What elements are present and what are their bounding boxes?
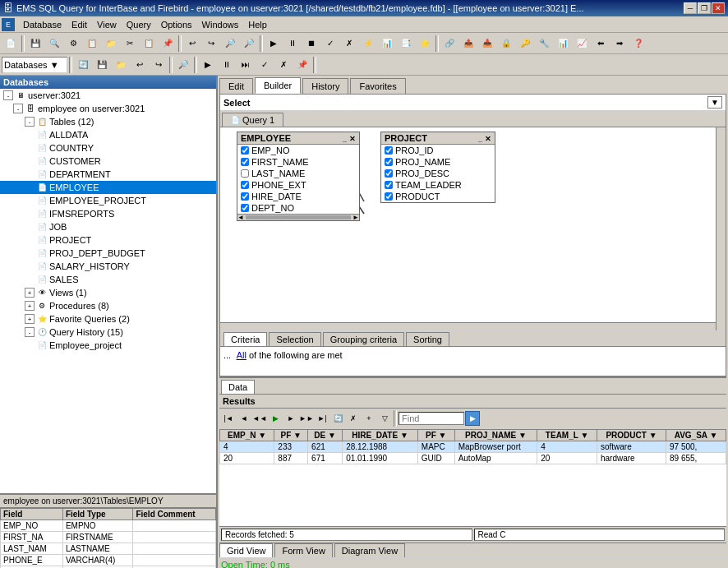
data-grid[interactable]: EMP_N ▼ PF ▼ DE ▼ HIRE_DATE ▼ PF ▼ PROJ_… xyxy=(219,429,726,526)
btn24[interactable]: 📤 xyxy=(459,35,477,53)
nav-prev[interactable]: ◄ xyxy=(237,411,251,426)
employee-close-btn[interactable]: ✕ xyxy=(349,135,356,143)
data-row[interactable]: 2088767101.01.1990GUIDAutoMap20hardware8… xyxy=(220,453,726,464)
expand-tables[interactable]: - xyxy=(25,117,35,127)
btn16[interactable]: ⏹ xyxy=(302,35,320,53)
tab-edit[interactable]: Edit xyxy=(219,78,253,94)
btn21[interactable]: 📑 xyxy=(397,35,415,53)
tb2-btn8[interactable]: ⏸ xyxy=(218,56,236,74)
tb2-btn12[interactable]: 📌 xyxy=(293,56,311,74)
criteria-dots[interactable]: ... xyxy=(223,350,231,360)
tree-history-item-employee[interactable]: 📄 Employee_project xyxy=(0,339,216,352)
tree-table-alldata[interactable]: 📄 ALLDATA xyxy=(0,128,216,141)
new-btn[interactable]: 📄 xyxy=(2,35,20,53)
nav-prevpage[interactable]: ◄◄ xyxy=(252,411,267,426)
btn7[interactable]: ✂ xyxy=(121,35,139,53)
tb2-btn4[interactable]: ↩ xyxy=(131,56,149,74)
canvas-scrollbar-v[interactable] xyxy=(716,127,726,330)
tab-history[interactable]: History xyxy=(302,78,348,94)
view-tab-form[interactable]: Form View xyxy=(274,543,332,557)
tb2-btn3[interactable]: 📁 xyxy=(112,56,130,74)
menu-help[interactable]: Help xyxy=(243,18,272,31)
btn27[interactable]: 🔑 xyxy=(516,35,534,53)
select-arrow[interactable]: ▼ xyxy=(707,96,722,109)
fields-scroll[interactable]: Field Field Type Field Comment EMP_NOEMP… xyxy=(0,508,216,568)
btn31[interactable]: ⬅ xyxy=(592,35,610,53)
btn11[interactable]: ↪ xyxy=(202,35,220,53)
tree-table-employee-project[interactable]: 📄 EMPLOYEE_PROJECT xyxy=(0,194,216,207)
nav-last[interactable]: ►| xyxy=(315,411,329,426)
btn28[interactable]: 🔧 xyxy=(535,35,553,53)
btn4[interactable]: ⚙ xyxy=(64,35,82,53)
tree-database[interactable]: - 🗄 employee on userver:3021 xyxy=(0,102,216,115)
restore-button[interactable]: ❐ xyxy=(698,2,711,14)
nav-cancel[interactable]: ✗ xyxy=(346,411,361,426)
btn5[interactable]: 📋 xyxy=(83,35,101,53)
btn22[interactable]: ⭐ xyxy=(416,35,434,53)
btn26[interactable]: 🔒 xyxy=(497,35,515,53)
btn30[interactable]: 📈 xyxy=(573,35,591,53)
crit-tab-selection[interactable]: Selection xyxy=(269,332,320,346)
tree-table-sales[interactable]: 📄 SALES xyxy=(0,273,216,286)
canvas-scrollbar-h[interactable] xyxy=(220,322,716,330)
tree-table-proj-dept[interactable]: 📄 PROJ_DEPT_BUDGET xyxy=(0,247,216,260)
check-dept-no[interactable] xyxy=(241,204,249,212)
tb2-btn1[interactable]: 🔄 xyxy=(74,56,92,74)
tree-table-project[interactable]: 📄 PROJECT xyxy=(0,233,216,247)
tb2-btn9[interactable]: ⏭ xyxy=(237,56,255,74)
check-phone-ext[interactable] xyxy=(241,181,249,189)
tree-procedures-group[interactable]: + ⚙ Procedures (8) xyxy=(0,299,216,312)
btn17[interactable]: ✓ xyxy=(321,35,339,53)
check-proj-desc[interactable] xyxy=(385,169,393,178)
tb2-btn11[interactable]: ✗ xyxy=(274,56,293,74)
tb2-btn2[interactable]: 💾 xyxy=(93,56,111,74)
crit-tab-criteria[interactable]: Criteria xyxy=(223,332,267,346)
btn12[interactable]: 🔎 xyxy=(221,35,239,53)
close-button[interactable]: ✕ xyxy=(712,2,725,14)
tb2-btn6[interactable]: 🔎 xyxy=(174,56,192,74)
project-close-btn[interactable]: ✕ xyxy=(485,135,491,143)
tree-tables-group[interactable]: - 📋 Tables (12) xyxy=(0,115,216,128)
menu-edit[interactable]: Edit xyxy=(67,18,92,31)
expand-server[interactable]: - xyxy=(3,90,13,100)
btn2[interactable]: 💾 xyxy=(26,35,44,53)
expand-history[interactable]: - xyxy=(25,327,35,337)
find-go[interactable]: ▶ xyxy=(465,411,480,426)
tree-table-country[interactable]: 📄 COUNTRY xyxy=(0,141,216,155)
btn10[interactable]: ↩ xyxy=(183,35,201,53)
tree-table-employee[interactable]: 📄 EMPLOYEE xyxy=(0,181,216,194)
nav-nextpage[interactable]: ►► xyxy=(299,411,314,426)
btn14[interactable]: ▶ xyxy=(265,35,283,53)
expand-views[interactable]: + xyxy=(25,288,35,298)
emp-scrollbar-h[interactable]: ◄► xyxy=(237,214,359,220)
nav-play[interactable]: ▶ xyxy=(268,411,283,426)
btn15[interactable]: ⏸ xyxy=(283,35,302,53)
tree-table-job[interactable]: 📄 JOB xyxy=(0,220,216,233)
tb2-btn5[interactable]: ↪ xyxy=(150,56,168,74)
btn19[interactable]: ⚡ xyxy=(359,35,377,53)
employee-min-btn[interactable]: _ xyxy=(343,135,347,143)
btn6[interactable]: 📁 xyxy=(102,35,120,53)
check-hire-date[interactable] xyxy=(241,192,249,201)
nav-add[interactable]: + xyxy=(362,411,376,426)
crit-tab-grouping[interactable]: Grouping criteria xyxy=(323,332,404,346)
minimize-button[interactable]: ─ xyxy=(684,2,697,14)
expand-database[interactable]: - xyxy=(13,104,23,113)
check-product[interactable] xyxy=(385,192,393,201)
visual-canvas[interactable]: EMPLOYEE _ ✕ EMP_NO FIRST_NAME LAST_NAME… xyxy=(220,127,726,331)
tb2-btn7[interactable]: ▶ xyxy=(199,56,217,74)
project-min-btn[interactable]: _ xyxy=(478,135,482,143)
tab-builder[interactable]: Builder xyxy=(255,77,301,94)
btn3[interactable]: 🔍 xyxy=(45,35,63,53)
check-proj-id[interactable] xyxy=(385,146,393,155)
nav-refresh[interactable]: 🔄 xyxy=(330,411,345,426)
btn18[interactable]: ✗ xyxy=(340,35,358,53)
tree-favorites-group[interactable]: + ⭐ Favorite Queries (2) xyxy=(0,312,216,326)
tab-favorites[interactable]: Favorites xyxy=(350,78,405,94)
tree-table-department[interactable]: 📄 DEPARTMENT xyxy=(0,168,216,181)
menu-query[interactable]: Query xyxy=(122,18,156,31)
data-row[interactable]: 423362128.12.1988MAPCMapBrowser port4sof… xyxy=(220,441,726,453)
tree-history-group[interactable]: - 🕐 Query History (15) xyxy=(0,326,216,339)
db-tree[interactable]: - 🖥 userver:3021 - 🗄 employee on userver… xyxy=(0,89,216,493)
btn25[interactable]: 📥 xyxy=(478,35,496,53)
